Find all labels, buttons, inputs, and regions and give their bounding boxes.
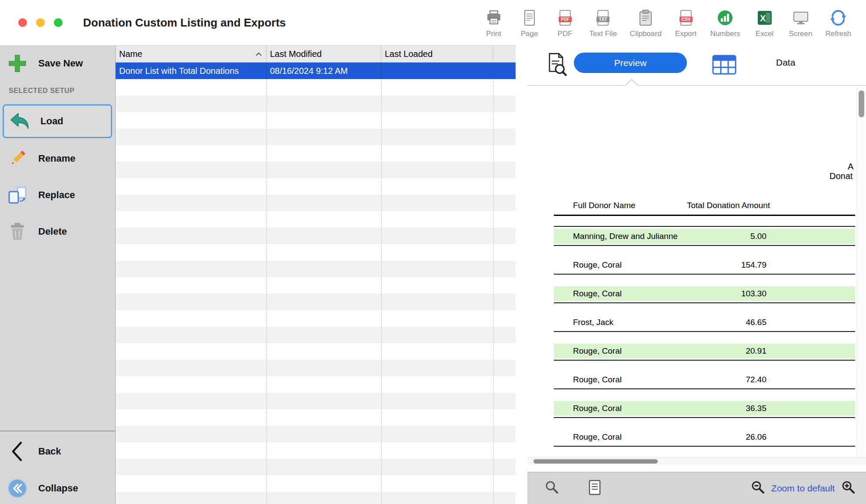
preview-tab-bar: Preview Data — [527, 45, 866, 86]
setup-name-cell: Donor List with Total Donations — [116, 63, 266, 79]
report-header-clipped-line1: A — [848, 162, 853, 172]
page-button[interactable]: Page — [518, 7, 541, 38]
report-donor-name: Rouge, Coral — [573, 260, 622, 270]
report-magnifier-icon — [544, 51, 568, 78]
report-donor-name: Rouge, Coral — [573, 346, 622, 356]
page-icon — [521, 7, 538, 28]
report-column-donor-name: Full Donor Name — [573, 201, 636, 210]
close-window-button[interactable] — [18, 18, 27, 27]
window-title: Donation Custom Listing and Exports — [83, 16, 286, 30]
report-amount: 46.65 — [676, 318, 766, 327]
magnifier-icon[interactable] — [544, 480, 560, 497]
clipboard-icon — [637, 7, 654, 28]
screen-label: Screen — [789, 30, 813, 38]
excel-icon: X — [756, 7, 773, 28]
collapse-button[interactable]: Collapse — [6, 476, 78, 501]
report-row: Frost, Jack 46.65 — [554, 315, 855, 330]
column-last-modified-label: Last Modified — [270, 49, 322, 59]
report-amount: 72.40 — [676, 375, 766, 385]
tab-preview[interactable]: Preview — [574, 53, 687, 73]
report-rule — [554, 245, 855, 246]
export-csv-button[interactable]: CSV Export — [675, 7, 697, 38]
svg-text:X: X — [760, 13, 766, 23]
pdf-button[interactable]: PDF PDF — [554, 7, 576, 38]
report-rule — [554, 446, 855, 447]
chevron-left-icon — [6, 440, 29, 463]
selected-setup-heading: SELECTED SETUP — [9, 87, 75, 95]
load-button[interactable]: Load — [3, 104, 112, 138]
refresh-button[interactable]: Refresh — [825, 7, 851, 38]
replace-label: Replace — [38, 189, 75, 201]
trash-icon — [6, 220, 29, 243]
zoom-in-icon[interactable] — [841, 480, 856, 497]
column-separator — [266, 79, 267, 504]
report-rule — [554, 417, 855, 418]
report-row: Manning, Drew and Julianne 5.00 — [554, 229, 855, 244]
clipboard-button[interactable]: Clipboard — [630, 7, 662, 38]
rename-label: Rename — [38, 153, 76, 164]
sidebar-footer: Back Collapse — [0, 431, 115, 504]
vertical-scrollbar[interactable] — [856, 86, 866, 458]
report-amount: 103.30 — [676, 289, 766, 298]
pencil-icon — [6, 147, 29, 170]
data-table-icon — [712, 55, 736, 76]
setups-table: Name Last Modified Last Loaded Donor Lis… — [116, 45, 527, 504]
zoom-out-icon[interactable] — [750, 480, 765, 497]
minimize-window-button[interactable] — [36, 18, 45, 27]
report-amount: 20.91 — [676, 346, 766, 356]
load-arrow-icon — [8, 110, 31, 133]
horizontal-scrollbar-thumb[interactable] — [533, 459, 658, 464]
save-new-button[interactable]: Save New — [6, 51, 83, 76]
svg-text:TXT: TXT — [599, 17, 607, 22]
back-button[interactable]: Back — [6, 439, 61, 464]
zoom-to-default-button[interactable]: Zoom to default — [771, 483, 835, 494]
tab-data[interactable]: Data — [776, 57, 795, 68]
screen-button[interactable]: Screen — [789, 7, 813, 38]
zoom-window-button[interactable] — [54, 18, 63, 27]
report-header-clipped-line2: Donat — [829, 171, 853, 181]
preview-footer-toolbar: Zoom to default — [527, 472, 866, 504]
report-column-total-amount: Total Donation Amount — [687, 201, 770, 210]
report-rule — [554, 388, 855, 389]
title-bar: Donation Custom Listing and Exports Prin… — [0, 0, 866, 45]
empty-rows-area — [116, 79, 516, 504]
setup-row-selected[interactable]: Donor List with Total Donations 08/16/20… — [116, 63, 516, 79]
print-button[interactable]: Print — [483, 7, 505, 38]
report-amount: 154.79 — [676, 260, 766, 270]
replace-button[interactable]: Replace — [6, 183, 75, 207]
numbers-button[interactable]: Numbers — [710, 7, 740, 38]
setup-last-modified-cell: 08/16/2024 9:12 AM — [266, 63, 381, 79]
active-tab-notch — [624, 78, 639, 86]
column-header-last-modified[interactable]: Last Modified — [266, 46, 381, 62]
vertical-scrollbar-thumb[interactable] — [859, 90, 864, 117]
report-rule — [554, 226, 855, 227]
horizontal-scrollbar[interactable] — [527, 458, 866, 464]
report-row: Rouge, Coral 26.06 — [554, 430, 855, 444]
report-page-icon[interactable] — [587, 479, 602, 497]
clipboard-label: Clipboard — [630, 30, 662, 38]
load-label: Load — [40, 116, 63, 127]
column-header-name[interactable]: Name — [116, 46, 266, 62]
rename-button[interactable]: Rename — [6, 146, 76, 171]
export-toolbar: Print Page PDF PDF TXT Text File — [483, 7, 851, 38]
text-file-button[interactable]: TXT Text File — [590, 7, 617, 38]
excel-label: Excel — [756, 30, 774, 38]
excel-button[interactable]: X Excel — [753, 7, 776, 38]
export-label: Export — [675, 30, 696, 38]
sidebar: Save New SELECTED SETUP Load Rename Repl… — [0, 45, 116, 504]
report-rule — [554, 274, 855, 275]
report-amount: 5.00 — [676, 232, 766, 241]
column-header-last-loaded[interactable]: Last Loaded — [381, 46, 493, 62]
report-header-rule — [554, 215, 855, 216]
column-separator — [493, 79, 494, 504]
report-rule — [554, 331, 855, 332]
traffic-lights — [18, 18, 63, 27]
column-header-extra — [493, 46, 516, 62]
screen-icon — [792, 7, 809, 28]
report-donor-name: Rouge, Coral — [573, 289, 622, 298]
report-row: Rouge, Coral 20.91 — [554, 344, 855, 358]
delete-button[interactable]: Delete — [6, 219, 67, 244]
save-new-label: Save New — [38, 58, 83, 69]
numbers-label: Numbers — [710, 30, 740, 38]
delete-label: Delete — [38, 226, 67, 237]
